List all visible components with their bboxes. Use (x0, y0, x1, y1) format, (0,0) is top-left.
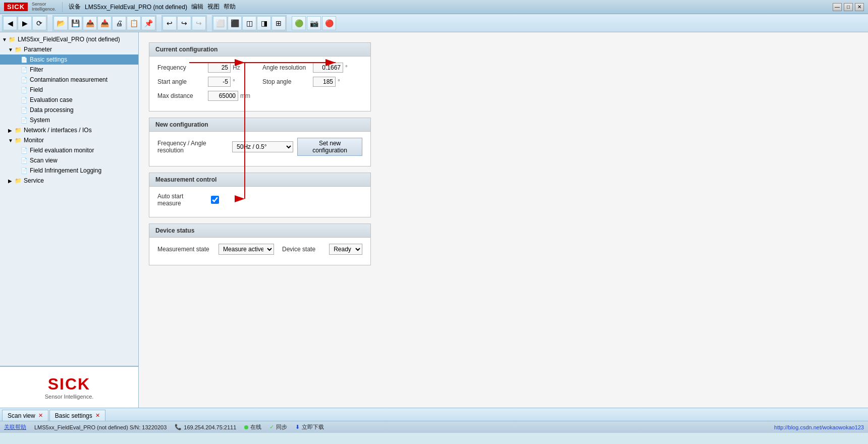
page-icon-basic: 📄 (20, 56, 28, 64)
close-button[interactable]: ✕ (855, 3, 864, 11)
layout4-button[interactable]: ◨ (257, 16, 271, 30)
pin-button[interactable]: 📌 (141, 16, 155, 30)
page-icon-field-eval: 📄 (20, 146, 28, 154)
frequency-label: Frequency (157, 64, 208, 71)
page-icon-filter: 📄 (20, 66, 28, 74)
measure-state-row: Measurement state Measure active Standby… (157, 244, 362, 255)
tree-arrow-root[interactable]: ▼ (2, 37, 8, 42)
undo-button[interactable]: ↩ (162, 16, 177, 30)
tab-basic-settings-close[interactable]: ✕ (95, 412, 100, 419)
sidebar-item-field[interactable]: 📄 Field (0, 85, 138, 95)
max-dist-unit: mm (240, 92, 250, 99)
back-button[interactable]: ◀ (3, 16, 17, 30)
sidebar-label-field-inf: Field Infringement Logging (30, 167, 101, 174)
auto-start-row: Auto start measure (157, 193, 362, 207)
phone-icon: 📞 (175, 424, 182, 430)
status-sync: 同步 (276, 423, 287, 431)
tab-scan-view-label: Scan view (8, 412, 35, 419)
sidebar-label-service: Service (24, 177, 44, 184)
open-button[interactable]: 📂 (53, 16, 68, 30)
tab-basic-settings-label: Basic settings (55, 412, 92, 419)
page-icon-contamination: 📄 (20, 76, 28, 84)
tree-arrow-service[interactable]: ▶ (8, 178, 14, 184)
sidebar-label-scan-view: Scan view (30, 157, 58, 164)
download-button[interactable]: 📥 (97, 16, 112, 30)
device-state-select[interactable]: Ready Error (329, 244, 362, 255)
sidebar-item-filter[interactable]: 📄 Filter (0, 65, 138, 75)
toolbar: ◀ ▶ ⟳ 📂 💾 📤 📥 🖨 📋 📌 ↩ ↪ ↪ ⬜ ⬛ ◫ ◨ ⊞ 🟢 📷 … (0, 14, 868, 32)
upload-button[interactable]: 📤 (83, 16, 97, 30)
new-config-header: New configuration (149, 118, 370, 132)
tab-basic-settings[interactable]: Basic settings ✕ (49, 410, 105, 421)
title-view: 视图 (207, 3, 220, 11)
new-config-section: New configuration Frequency / Angle reso… (149, 118, 371, 166)
tab-scan-view-close[interactable]: ✕ (38, 412, 43, 419)
status-bar: 关联帮助 LMS5xx_FieldEval_PRO (not defined) … (0, 421, 868, 433)
tree-arrow-parameter[interactable]: ▼ (8, 47, 14, 52)
tab-bar: Scan view ✕ Basic settings ✕ (0, 408, 868, 421)
tree-arrow-monitor[interactable]: ▼ (8, 138, 14, 143)
folder-icon-service: 📁 (14, 177, 22, 185)
stop-angle-input[interactable] (313, 77, 336, 87)
refresh-button[interactable]: ⟳ (32, 16, 46, 30)
sidebar-item-service[interactable]: ▶ 📁 Service (0, 176, 138, 186)
angle-res-row: Angle resolution ° (262, 63, 348, 73)
frequency-input[interactable] (208, 63, 231, 73)
stop-angle-label: Stop angle (262, 78, 313, 85)
max-dist-row: Max distance mm (157, 91, 250, 101)
title-edit: 编辑 (191, 3, 203, 11)
layout3-button[interactable]: ◫ (242, 16, 256, 30)
camera-button[interactable]: 📷 (307, 16, 321, 30)
redo-button[interactable]: ↪ (177, 16, 191, 30)
page-icon-field-inf: 📄 (20, 166, 28, 175)
redo2-button[interactable]: ↪ (192, 16, 206, 30)
sidebar-item-data-processing[interactable]: 📄 Data processing (0, 105, 138, 115)
angle-res-input[interactable] (313, 63, 343, 73)
layout2-button[interactable]: ⬛ (228, 16, 242, 30)
sidebar-item-evaluation[interactable]: 📄 Evaluation case (0, 95, 138, 105)
save-button[interactable]: 💾 (68, 16, 82, 30)
print-button[interactable]: 🖨 (112, 16, 126, 30)
angle-res-label: Angle resolution (262, 64, 313, 71)
sidebar-item-field-eval[interactable]: 📄 Field evaluation monitor (0, 145, 138, 155)
sidebar-item-system[interactable]: 📄 System (0, 115, 138, 125)
max-dist-input[interactable] (208, 91, 238, 101)
sidebar-item-parameter[interactable]: ▼ 📁 Parameter (0, 44, 138, 54)
layout1-button[interactable]: ⬜ (213, 16, 227, 30)
sidebar-item-root[interactable]: ▼ 📁 LMS5xx_FieldEval_PRO (not defined) (0, 34, 138, 44)
sidebar-label-evaluation: Evaluation case (30, 96, 73, 103)
forward-button[interactable]: ▶ (18, 16, 32, 30)
layout5-button[interactable]: ⊞ (272, 16, 286, 30)
sidebar-label-system: System (30, 117, 50, 124)
sidebar-label-basic: Basic settings (30, 56, 67, 63)
auto-start-checkbox[interactable] (211, 196, 219, 204)
status-website: http://blog.csdn.net/wokaowokao123 (774, 424, 864, 430)
minimize-button[interactable]: — (833, 3, 842, 11)
status-help-link[interactable]: 关联帮助 (4, 423, 26, 431)
connect-button[interactable]: 🟢 (292, 16, 306, 30)
set-config-button[interactable]: Set new configuration (297, 138, 362, 156)
tree-arrow-network[interactable]: ▶ (8, 128, 14, 133)
sidebar-item-scan-view[interactable]: 📄 Scan view (0, 155, 138, 165)
tab-scan-view[interactable]: Scan view ✕ (2, 410, 48, 421)
stop-angle-row: Stop angle ° (262, 77, 348, 87)
sidebar-item-contamination[interactable]: 📄 Contamination measurement (0, 75, 138, 85)
sidebar-label-field-eval: Field evaluation monitor (30, 147, 94, 154)
sidebar-item-basic-settings[interactable]: 📄 Basic settings (0, 54, 138, 65)
current-config-section: Current configuration Frequency Hz Start… (149, 42, 371, 112)
page-icon-field: 📄 (20, 86, 28, 94)
freq-angle-select[interactable]: 50Hz / 0.5° 25Hz / 0.1667° 75Hz / 0.75° … (232, 141, 293, 152)
sick-logo: SICK (48, 375, 90, 394)
measurement-control-section: Measurement control Auto start measure (149, 173, 371, 217)
stop-button[interactable]: 🔴 (322, 16, 336, 30)
brand-tagline: SensorIntelligence. (32, 2, 56, 12)
page-icon-system: 📄 (20, 116, 28, 124)
sidebar-item-network[interactable]: ▶ 📁 Network / interfaces / IOs (0, 125, 138, 135)
measure-state-select[interactable]: Measure active Standby (219, 244, 274, 255)
maximize-button[interactable]: □ (844, 3, 853, 11)
sidebar-item-monitor[interactable]: ▼ 📁 Monitor (0, 135, 138, 145)
device-state-label: Device state (282, 246, 329, 253)
compare-button[interactable]: 📋 (127, 16, 141, 30)
sidebar-item-field-infringement[interactable]: 📄 Field Infringement Logging (0, 165, 138, 176)
start-angle-input[interactable] (208, 77, 231, 87)
